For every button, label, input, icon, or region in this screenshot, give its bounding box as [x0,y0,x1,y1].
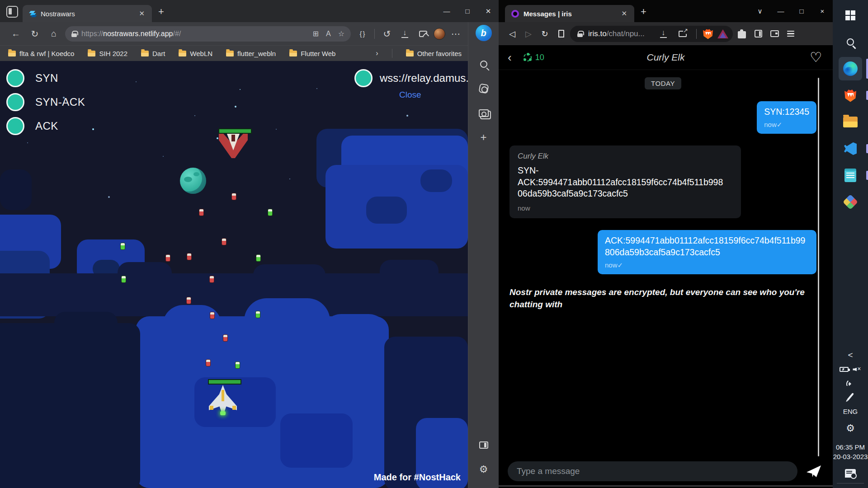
favorite-item[interactable]: Flutter Web [289,50,335,57]
screenshot-icon[interactable] [477,106,491,120]
vscode-icon[interactable] [839,137,862,160]
back-icon[interactable]: ◁ [505,27,519,41]
brave-shield-icon[interactable] [703,28,713,39]
edge-sidebar: b + ⚙ [468,22,499,488]
taskbar-clock[interactable]: 06:35 PM 20-03-2023 [833,442,868,462]
tab-actions-menu-icon[interactable] [6,6,18,18]
start-icon[interactable] [839,4,862,27]
legend-label: ACK [35,120,58,132]
new-tab-button[interactable]: + [641,7,646,17]
bat-rewards-icon[interactable] [717,29,728,38]
favorite-item[interactable]: flutter_webln [226,50,276,57]
diagram-tool-icon[interactable] [839,190,862,214]
reload-icon[interactable]: ↻ [27,26,42,42]
brave-toolbar: ◁ ▷ ↻ iris.to/chat/npu... [499,22,833,45]
minimize-button[interactable]: — [770,0,791,22]
other-favorites[interactable]: Other favorites [406,50,462,57]
menu-icon[interactable] [783,27,798,41]
history-icon[interactable]: ↺ [379,26,395,42]
bing-chat-icon[interactable]: b [476,25,492,41]
settings-gear-icon[interactable]: ⚙ [846,422,855,434]
search-icon[interactable] [839,30,862,54]
language-indicator[interactable]: ENG [843,408,858,415]
home-icon[interactable]: ⌂ [46,26,61,42]
profile-avatar[interactable] [434,28,445,40]
bullet [186,297,191,304]
tab-search-icon[interactable]: ∨ [750,0,770,22]
maximize-button[interactable]: □ [791,0,812,22]
sidebar-settings-icon[interactable]: ⚙ [477,463,491,476]
brave-glyph [844,89,856,102]
file-explorer-icon[interactable] [839,110,862,134]
sidebar-search-icon[interactable] [477,57,491,71]
bullet [121,276,126,283]
send-icon[interactable] [807,465,821,477]
close-button[interactable]: × [812,0,833,22]
favorite-item[interactable]: WebLN [179,50,212,57]
shapes-icon[interactable] [477,82,491,95]
site-grid-icon[interactable]: ⊞ [311,29,321,38]
file-explorer-glyph [843,117,858,127]
battery-volume-row[interactable] [840,366,861,373]
outgoing-message[interactable]: ACK:5994471abb01112afcc18159f6cc74b4f511… [598,230,816,274]
share-icon[interactable] [675,27,690,41]
outgoing-message[interactable]: SYN:12345now✓ [757,101,816,134]
chat-back-icon[interactable]: ‹ [508,51,512,65]
edge-icon[interactable] [839,57,862,80]
add-favorite-star-icon[interactable]: ☆ [336,29,346,38]
minimize-button[interactable]: — [436,0,457,22]
tab-close-icon[interactable]: ✕ [618,9,630,19]
maximize-button[interactable]: □ [457,0,478,22]
pen-icon[interactable] [847,393,854,401]
relay-close-link[interactable]: Close [399,90,421,100]
notifications-icon[interactable] [845,469,856,478]
bullet [165,254,170,262]
sidebar-bottom: ⚙ [477,433,491,482]
relay-node-icon [354,69,373,87]
customize-panel-icon[interactable] [477,438,491,452]
brave-address-bar[interactable]: iris.to/chat/npu... [570,26,733,42]
relay-indicator[interactable]: 10 [524,53,544,62]
brave-active-tab[interactable]: Messages | iris ✕ [505,5,634,22]
sidebar-toggle-icon[interactable] [751,27,765,41]
chat-message-list[interactable]: TODAY SYN:12345now✓Curly ElkSYN-ACK:5994… [499,70,833,465]
bullet [120,243,125,250]
reload-icon[interactable]: ↻ [538,27,552,41]
back-icon[interactable]: ← [8,26,24,42]
favorites-overflow-chevron[interactable]: › [376,49,378,57]
brave-url[interactable]: iris.to/chat/npu... [588,29,652,38]
wifi-icon[interactable] [846,379,855,386]
incoming-message[interactable]: Curly ElkSYN-ACK:5994471abb01112afcc1815… [509,145,741,218]
brave-icon[interactable] [839,84,862,107]
notepad-icon[interactable] [839,164,862,187]
collections-icon[interactable]: { } [354,26,370,42]
read-aloud-icon[interactable]: A [324,30,333,38]
legend-row: SYN-ACK [6,93,85,111]
chat-scrollbar[interactable] [818,78,819,456]
close-button[interactable]: ✕ [478,0,499,22]
favorite-item[interactable]: SIH 2022 [88,50,127,57]
edge-url[interactable]: https://nostrawars.netlify.app/#/ [81,30,307,38]
vscode-glyph [844,142,857,155]
download-tray-icon[interactable] [656,27,671,41]
message-input[interactable] [508,461,797,481]
iris-favicon [511,10,519,18]
more-menu-icon[interactable]: ⋯ [448,26,463,42]
wallet-icon[interactable] [767,27,782,41]
edge-active-tab[interactable]: Nostrawars ✕ [23,5,152,22]
extensions-puzzle-icon[interactable] [735,27,749,41]
cloud [0,169,32,210]
favorite-item[interactable]: Dart [141,50,165,57]
nostrawars-game-canvas[interactable]: SYNSYN-ACKACK wss://relay.damus.io Close… [0,61,468,488]
edge-address-bar[interactable]: https://nostrawars.netlify.app/#/ ⊞ A ☆ [65,26,351,42]
bookmark-flag-icon[interactable] [554,27,568,41]
hidden-icons-chevron[interactable]: < [848,350,853,360]
downloads-icon[interactable] [397,26,413,42]
heart-follow-icon[interactable]: ♡ [810,51,822,64]
add-to-sidebar-icon[interactable]: + [477,131,491,144]
web-capture-icon[interactable] [415,26,431,42]
packet-node-icon [6,93,24,111]
new-tab-button[interactable]: + [158,7,164,17]
tab-close-icon[interactable]: ✕ [136,9,147,19]
favorite-item[interactable]: flta & rwf | Koedco [8,50,74,57]
